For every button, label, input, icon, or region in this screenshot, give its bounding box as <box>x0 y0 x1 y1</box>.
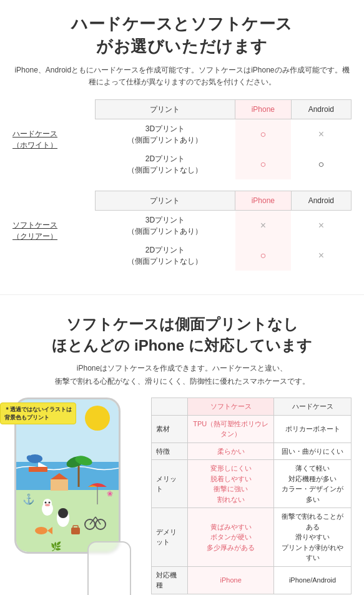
soft-case-table: プリント iPhone Android 3Dプリント （側面プリントあり） <box>95 191 352 271</box>
soft-2d-iphone: ○ <box>235 241 292 271</box>
hard-3d-android: × <box>291 119 351 150</box>
section2-title: ソフトケースは側面プリントなし ほとんどの iPhone に対応しています <box>12 314 352 356</box>
phone-mockup: ＊透過ではないイラストは背景色もプリント <box>12 398 137 560</box>
svg-text:⚓: ⚓ <box>22 493 35 505</box>
svg-text:🌿: 🌿 <box>51 541 62 552</box>
table-row: 特徴 柔らかい 固い・曲がりにくい <box>152 442 352 460</box>
svg-point-32 <box>45 504 50 506</box>
svg-rect-11 <box>51 479 68 491</box>
table-row: 2Dプリント （側面プリントなし） ○ ○ <box>95 149 351 179</box>
hard-2d-android: ○ <box>291 149 351 179</box>
table-row: デメリット 黄ばみやすいボタンが硬い多少厚みがある 衝撃で割れることがある滑りや… <box>152 508 352 567</box>
col-iphone-header-soft: iPhone <box>235 191 292 211</box>
svg-point-22 <box>27 454 42 463</box>
col-android-header-soft: Android <box>291 191 351 211</box>
table-row: 2Dプリント （側面プリントなし） ○ × <box>95 241 351 271</box>
table-row: 素材 TPU（熱可塑性ポリウレタン） ポリカーボネート <box>152 415 352 442</box>
section1: ハードケースとソフトケース がお選びいただけます iPhone、Androidと… <box>0 0 364 288</box>
section2-description: iPhoneはソフトケースを作成できます。ハードケースと違い、 衝撃で割れる心配… <box>12 362 352 388</box>
demerit-hard: 衝撃で割れることがある滑りやすいプリントが剥がれやすい <box>274 508 352 567</box>
main-title: ハードケースとソフトケース がお選びいただけます <box>12 12 352 58</box>
sticker-label: ＊透過ではないイラストは背景色もプリント <box>0 402 76 424</box>
compare-empty-header <box>152 398 188 416</box>
section-divider <box>0 294 364 295</box>
table-row: 対応機種 iPhone iPhone/Android <box>152 566 352 594</box>
hard-case-label: ハードケース（ホワイト） <box>12 99 95 179</box>
col-android-header-hard: Android <box>291 100 351 119</box>
hard-case-outer-table: ハードケース（ホワイト） プリント iPhone Android <box>12 99 352 179</box>
col-print-header-hard: プリント <box>95 100 235 119</box>
hard-case-header: ハードケース <box>274 398 352 416</box>
soft-case-label: ソフトケース（クリアー） <box>12 191 95 271</box>
svg-point-15 <box>58 508 68 518</box>
hard-3d-iphone: ○ <box>235 119 292 150</box>
svg-rect-6 <box>29 467 47 472</box>
hard-case-table: プリント iPhone Android 3Dプリント （側面プリントあり） <box>95 99 352 179</box>
soft-2d-android: × <box>291 241 351 271</box>
hard-2d-iphone: ○ <box>235 149 292 179</box>
content-area: ＊透過ではないイラストは背景色もプリント <box>12 398 352 595</box>
soft-3d-iphone: × <box>235 211 292 241</box>
col-iphone-header-hard: iPhone <box>235 100 292 119</box>
table-row: メリット 変形しにくい脱着しやすい衝撃に強い割れない 薄くて軽い対応機種が多いカ… <box>152 460 352 508</box>
merit-soft: 変形しにくい脱着しやすい衝撃に強い割れない <box>188 460 274 508</box>
section2: ソフトケースは側面プリントなし ほとんどの iPhone に対応しています iP… <box>0 301 364 595</box>
soft-3d-android: × <box>291 211 351 241</box>
table-row: 3Dプリント （側面プリントあり） ○ × <box>95 119 351 150</box>
soft-case-outer-table: ソフトケース（クリアー） プリント iPhone Android <box>12 191 352 271</box>
demerit-soft: 黄ばみやすいボタンが硬い多少厚みがある <box>188 508 274 567</box>
merit-hard: 薄くて軽い対応機種が多いカラー・デザインが多い <box>274 460 352 508</box>
svg-point-2 <box>85 406 110 431</box>
svg-point-30 <box>44 502 46 504</box>
soft-case-header: ソフトケース <box>188 398 274 416</box>
phone-image-col: ＊透過ではないイラストは背景色もプリント <box>12 398 144 595</box>
svg-text:❀: ❀ <box>107 489 113 498</box>
svg-point-31 <box>48 502 50 504</box>
compare-table: ソフトケース ハードケース 素材 TPU（熱可塑性ポリウレタン） ポリカーボネー… <box>151 398 352 594</box>
compare-table-wrapper: ソフトケース ハードケース 素材 TPU（熱可塑性ポリウレタン） ポリカーボネー… <box>151 398 352 595</box>
col-print-header-soft: プリント <box>95 191 235 211</box>
svg-point-16 <box>35 527 47 534</box>
table-row: 3Dプリント （側面プリントあり） × × <box>95 211 351 241</box>
description-text: iPhone、Androidともにハードケースを作成可能です。ソフトケースはiP… <box>12 64 352 88</box>
